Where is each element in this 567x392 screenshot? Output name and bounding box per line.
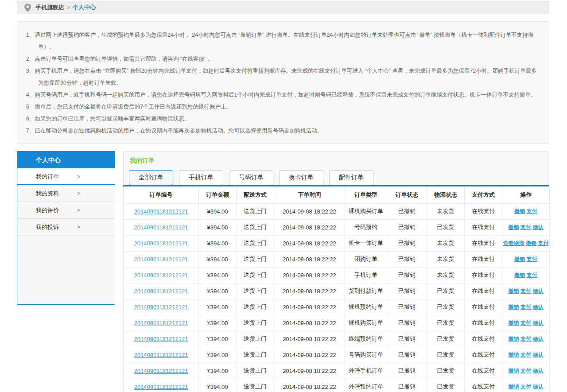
order-tab[interactable]: 手机订单 — [179, 170, 223, 185]
table-header-row: 订单编号 订单金额 配送方式 下单时间 订单类型 订单状态 物流状态 — [124, 186, 550, 203]
breadcrumb-store[interactable]: 手机旗舰店 — [35, 4, 64, 12]
action-link[interactable]: 支付 — [538, 240, 549, 246]
orders-content: 我的订单 全部订单 手机订单 号码订单 换卡订单 配件订单 — [123, 151, 549, 392]
actions-cell: 查看物流 撤销 支付 — [502, 235, 550, 251]
order-time-cell: 2014-09-08 18:22:22 — [274, 283, 345, 299]
action-link[interactable]: 支付 — [527, 208, 537, 214]
order-number-link[interactable]: 20140901181212121 — [134, 288, 188, 295]
sidebar-title: 个人中心 — [17, 151, 115, 168]
table-row: 20140901181212121 ¥394.00 送货上门 2014-09-0… — [124, 219, 550, 235]
action-link[interactable]: 撤销 — [508, 368, 519, 374]
payment-method-cell: 在线支付 — [465, 251, 502, 267]
table-header-cell: 配送方式 — [237, 186, 274, 203]
order-number-link[interactable]: 20140901181212121 — [134, 240, 188, 247]
breadcrumb: 手机旗舰店 > 个人中心 — [17, 1, 549, 14]
delivery-method-cell: 送货上门 — [237, 267, 274, 283]
action-link[interactable]: 支付 — [527, 256, 537, 262]
order-number-link[interactable]: 20140901181212121 — [134, 208, 188, 215]
action-link[interactable]: 支付 — [520, 384, 531, 390]
action-link[interactable]: 支付 — [520, 320, 531, 326]
action-link[interactable]: 撤销 — [514, 208, 525, 214]
action-link[interactable]: 确认 — [533, 304, 544, 310]
action-link[interactable]: 撤销 — [508, 336, 519, 342]
order-number-cell: 20140901181212121 — [124, 251, 199, 267]
order-number-link[interactable]: 20140901181212121 — [134, 304, 188, 310]
order-number-cell: 20140901181212121 — [124, 219, 199, 235]
order-type-cell: 外呼手机订单 — [345, 363, 387, 379]
order-tab[interactable]: 号码订单 — [229, 170, 273, 185]
logistics-status-cell: 已发货 — [427, 283, 465, 299]
table-header-cell: 订单类型 — [345, 186, 387, 203]
actions-cell: 撤销 支付 确认 — [502, 331, 550, 347]
order-tab[interactable]: 全部订单 — [129, 170, 173, 185]
order-number-link[interactable]: 20140901181212121 — [134, 320, 188, 326]
order-number-link[interactable]: 20140901181212121 — [134, 368, 188, 374]
actions-cell: 撤销 支付 — [502, 267, 550, 283]
delivery-method-cell: 送货上门 — [237, 251, 274, 267]
action-link[interactable]: 支付 — [520, 288, 531, 294]
actions-cell: 撤销 支付 确认 — [502, 219, 550, 235]
action-link[interactable]: 撤销 — [508, 304, 519, 310]
delivery-method-cell: 送货上门 — [237, 235, 274, 251]
order-type-cell: 机卡一体订单 — [345, 235, 387, 251]
action-link[interactable]: 撤销 — [508, 288, 519, 294]
sidebar-item[interactable]: 我的资料 > — [17, 185, 115, 202]
order-number-link[interactable]: 20140901181212121 — [134, 256, 188, 263]
action-link[interactable]: 撤销 — [508, 320, 519, 326]
orders-title: 我的订单 — [130, 157, 544, 165]
order-time-cell: 2014-09-08 18:22:22 — [274, 347, 345, 363]
chevron-right-icon: > — [77, 219, 80, 236]
action-link[interactable]: 支付 — [520, 224, 531, 230]
order-time-cell: 2014-09-08 18:22:22 — [274, 315, 345, 331]
action-link[interactable]: 查看物流 — [503, 240, 524, 246]
order-number-link[interactable]: 20140901181212121 — [134, 352, 188, 358]
action-link[interactable]: 确认 — [533, 320, 544, 326]
sidebar-item[interactable]: 我的订单 > — [17, 168, 115, 185]
sidebar-item[interactable]: 我的投诉 > — [17, 219, 115, 236]
payment-method-cell: 在线支付 — [465, 235, 502, 251]
delivery-method-cell: 送货上门 — [237, 203, 274, 219]
action-link[interactable]: 确认 — [533, 384, 544, 390]
logistics-status-cell: 未发货 — [427, 267, 465, 283]
order-number-cell: 20140901181212121 — [124, 267, 199, 283]
action-link[interactable]: 撤销 — [514, 256, 525, 262]
action-link[interactable]: 支付 — [520, 336, 531, 342]
table-row: 20140901181212121 ¥394.00 送货上门 2014-09-0… — [124, 315, 550, 331]
sidebar-item[interactable]: 我的评价 > — [17, 202, 115, 219]
action-link[interactable]: 确认 — [533, 288, 544, 294]
logistics-status-cell: 未发货 — [427, 251, 465, 267]
order-type-cell: 裸机预约订单 — [345, 299, 387, 315]
order-type-cell: 号码预约 — [345, 219, 387, 235]
logistics-status-cell: 未发货 — [427, 235, 465, 251]
order-status-cell: 已撤销 — [387, 267, 427, 283]
order-number-link[interactable]: 20140901181212121 — [134, 272, 188, 279]
action-link[interactable]: 支付 — [520, 352, 531, 358]
delivery-method-cell: 送货上门 — [237, 299, 274, 315]
order-time-cell: 2014-09-08 18:22:22 — [274, 203, 345, 219]
action-link[interactable]: 支付 — [527, 272, 537, 278]
action-link[interactable]: 支付 — [520, 304, 531, 310]
logistics-status-cell: 已发货 — [427, 363, 465, 379]
logistics-status-cell: 已发货 — [427, 347, 465, 363]
action-link[interactable]: 确认 — [533, 224, 544, 230]
order-number-link[interactable]: 20140901181212121 — [134, 224, 188, 231]
action-link[interactable]: 确认 — [533, 368, 544, 374]
order-number-link[interactable]: 20140901181212121 — [134, 336, 188, 342]
action-link[interactable]: 撤销 — [508, 224, 519, 230]
action-link[interactable]: 确认 — [533, 352, 544, 358]
sidebar-item-label: 我的投诉 — [36, 224, 59, 230]
order-time-cell: 2014-09-08 18:22:22 — [274, 267, 345, 283]
table-row: 20140901181212121 ¥394.00 送货上门 2014-09-0… — [124, 299, 550, 315]
action-link[interactable]: 确认 — [533, 336, 544, 342]
action-link[interactable]: 支付 — [520, 368, 531, 374]
order-tabs: 全部订单 手机订单 号码订单 换卡订单 配件订单 — [129, 170, 544, 185]
order-type-cell: 裸机购买订单 — [345, 203, 387, 219]
action-link[interactable]: 撤销 — [508, 384, 519, 390]
action-link[interactable]: 撤销 — [514, 272, 525, 278]
action-link[interactable]: 撤销 — [508, 352, 519, 358]
order-tab[interactable]: 换卡订单 — [279, 170, 323, 185]
order-tab[interactable]: 配件订单 — [329, 170, 373, 185]
order-number-link[interactable]: 20140901181212121 — [134, 384, 188, 390]
action-link[interactable]: 撤销 — [526, 240, 536, 246]
chevron-right-icon: > — [77, 168, 80, 185]
